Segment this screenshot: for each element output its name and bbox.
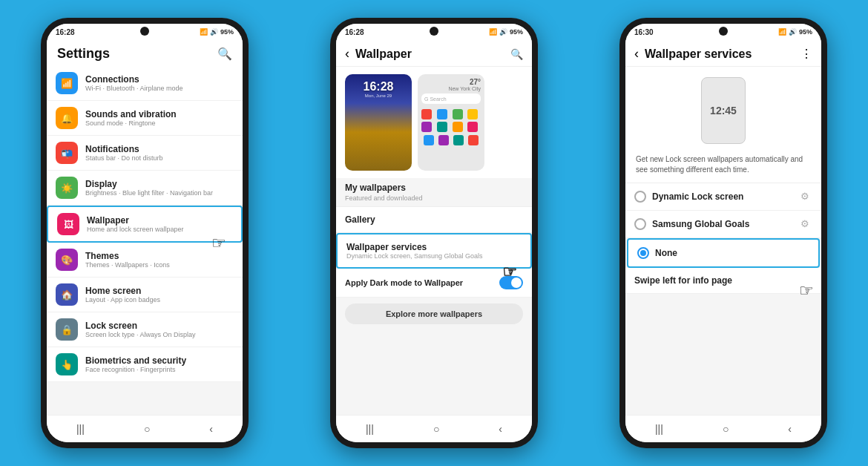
biometrics-icon: 👆 bbox=[56, 353, 78, 375]
nav-home[interactable]: ○ bbox=[137, 421, 157, 436]
ws-phone-thumbnail: 12:45 bbox=[701, 77, 746, 144]
wallpaper-text: Wallpaper Home and lock screen wallpaper bbox=[87, 215, 232, 233]
phone3-status-icons: 📶 🔊 95% bbox=[778, 28, 812, 36]
wallpaper-services-label: Wallpaper services bbox=[346, 242, 522, 252]
phone2-time: 16:28 bbox=[345, 28, 364, 36]
wallpaper-services-item[interactable]: Wallpaper services Dynamic Lock screen, … bbox=[336, 233, 532, 269]
settings-item-sounds[interactable]: 🔔 Sounds and vibration Sound mode · Ring… bbox=[47, 101, 243, 136]
notifications-icon: 📬 bbox=[56, 142, 78, 164]
ws-title: Wallpaper services bbox=[645, 47, 795, 61]
settings-item-home[interactable]: 🏠 Home screen Layout · App icon badges bbox=[47, 278, 243, 312]
wallpaper-list: My wallpapers Featured and downloaded Ga… bbox=[336, 178, 532, 415]
gear-icon-samsung[interactable]: ⚙ bbox=[800, 218, 812, 230]
phone3-notch bbox=[719, 27, 728, 36]
phone2-bottom-nav: ||| ○ ‹ bbox=[336, 415, 532, 442]
settings-item-display[interactable]: ☀️ Display Brightness · Blue light filte… bbox=[47, 171, 243, 206]
phone1-time: 16:28 bbox=[56, 28, 75, 36]
settings-header: Settings 🔍 bbox=[47, 40, 243, 66]
notifications-text: Notifications Status bar · Do not distur… bbox=[85, 144, 234, 162]
phone2-screen: 16:28 📶 🔊 95% ‹ Wallpaper 🔍 16:28 Mon, J… bbox=[336, 24, 532, 442]
settings-item-themes[interactable]: 🎨 Themes Themes · Wallpapers · Icons bbox=[47, 243, 243, 278]
phone3-bottom-nav: ||| ○ ‹ bbox=[625, 415, 821, 442]
radio-dynamic[interactable] bbox=[634, 191, 646, 203]
phone3: 16:30 📶 🔊 95% ‹ Wallpaper services ⋮ 12:… bbox=[619, 18, 827, 448]
lock-screen-preview[interactable]: 16:28 Mon, June 29 bbox=[345, 74, 412, 171]
sounds-icon: 🔔 bbox=[56, 107, 78, 129]
wallpaper-title: Wallpaper bbox=[355, 47, 504, 61]
ws-header: ‹ Wallpaper services ⋮ bbox=[625, 40, 821, 67]
wallpaper-services-sub: Dynamic Lock screen, Samsung Global Goal… bbox=[346, 252, 522, 260]
settings-item-biometrics[interactable]: 👆 Biometrics and security Face recogniti… bbox=[47, 347, 243, 382]
settings-item-wallpaper[interactable]: 🖼 Wallpaper Home and lock screen wallpap… bbox=[47, 206, 243, 243]
phone3-screen: 16:30 📶 🔊 95% ‹ Wallpaper services ⋮ 12:… bbox=[625, 24, 821, 442]
nav3-home[interactable]: ○ bbox=[715, 421, 736, 436]
phone1-status-icons: 📶 🔊 95% bbox=[200, 28, 234, 36]
dark-mode-toggle[interactable] bbox=[499, 276, 523, 289]
settings-item-connections[interactable]: 📶 Connections Wi-Fi · Bluetooth · Airpla… bbox=[47, 66, 243, 101]
option-dynamic-lock[interactable]: Dynamic Lock screen ⚙ bbox=[625, 183, 821, 211]
dark-mode-toggle-row[interactable]: Apply Dark mode to Wallpaper bbox=[336, 269, 532, 298]
ws-options-list: Dynamic Lock screen ⚙ Samsung Global Goa… bbox=[625, 183, 821, 415]
home-icons-grid bbox=[421, 109, 481, 132]
dark-mode-label: Apply Dark mode to Wallpaper bbox=[345, 278, 463, 287]
display-icon: ☀️ bbox=[56, 177, 78, 199]
ws-more-icon[interactable]: ⋮ bbox=[800, 47, 812, 61]
nav-recents[interactable]: ||| bbox=[69, 421, 92, 436]
samsung-goals-label: Samsung Global Goals bbox=[652, 219, 795, 229]
phone2-notch bbox=[430, 27, 438, 36]
option-samsung-goals[interactable]: Samsung Global Goals ⚙ bbox=[625, 211, 821, 238]
phone1: 16:28 📶 🔊 95% Settings 🔍 📶 Connections bbox=[41, 18, 249, 448]
my-wallpapers-label: My wallpapers bbox=[336, 178, 532, 194]
themes-icon: 🎨 bbox=[56, 249, 78, 271]
phone3-wrapper: 16:30 📶 🔊 95% ‹ Wallpaper services ⋮ 12:… bbox=[579, 0, 868, 466]
home-text: Home screen Layout · App icon badges bbox=[85, 286, 234, 303]
nav-back[interactable]: ‹ bbox=[202, 421, 220, 436]
wallpaper-icon: 🖼 bbox=[57, 213, 79, 235]
display-text: Display Brightness · Blue light filter ·… bbox=[85, 179, 234, 197]
sounds-text: Sounds and vibration Sound mode · Ringto… bbox=[85, 109, 234, 127]
option-none[interactable]: None bbox=[627, 238, 820, 268]
settings-search-icon[interactable]: 🔍 bbox=[217, 47, 232, 61]
nav2-recents[interactable]: ||| bbox=[358, 421, 381, 436]
wallpaper-header: ‹ Wallpaper 🔍 bbox=[336, 40, 532, 67]
my-wallpapers-sub: Featured and downloaded bbox=[336, 194, 532, 207]
lock-preview-date: Mon, June 29 bbox=[365, 93, 392, 98]
nav2-home[interactable]: ○ bbox=[426, 421, 447, 436]
radio-none[interactable] bbox=[637, 247, 649, 259]
phone1-bottom-nav: ||| ○ ‹ bbox=[47, 415, 243, 442]
dynamic-lock-label: Dynamic Lock screen bbox=[652, 191, 795, 202]
themes-text: Themes Themes · Wallpapers · Icons bbox=[85, 251, 234, 269]
phone1-notch bbox=[140, 27, 149, 36]
wallpaper-previews: 16:28 Mon, June 29 27° New York City G S… bbox=[336, 67, 532, 178]
settings-item-lock[interactable]: 🔒 Lock screen Screen lock type · Always … bbox=[47, 312, 243, 347]
settings-item-notifications[interactable]: 📬 Notifications Status bar · Do not dist… bbox=[47, 136, 243, 171]
ws-preview-area: 12:45 bbox=[625, 67, 821, 150]
wallpaper-back-icon[interactable]: ‹ bbox=[345, 46, 349, 62]
settings-list: 📶 Connections Wi-Fi · Bluetooth · Airpla… bbox=[47, 66, 243, 415]
ws-thumb-time: 12:45 bbox=[710, 105, 737, 116]
phone2: 16:28 📶 🔊 95% ‹ Wallpaper 🔍 16:28 Mon, J… bbox=[330, 18, 538, 448]
lock-text: Lock screen Screen lock type · Always On… bbox=[85, 321, 234, 338]
swipe-left-row[interactable]: Swipe left for info page ☞ bbox=[625, 268, 821, 294]
lock-icon: 🔒 bbox=[56, 318, 78, 341]
ws-back-icon[interactable]: ‹ bbox=[634, 46, 639, 62]
gallery-item[interactable]: Gallery bbox=[336, 207, 532, 233]
phone3-time: 16:30 bbox=[634, 28, 654, 36]
nav3-recents[interactable]: ||| bbox=[648, 421, 671, 436]
nav3-back[interactable]: ‹ bbox=[780, 421, 799, 436]
phone1-wrapper: 16:28 📶 🔊 95% Settings 🔍 📶 Connections bbox=[0, 0, 289, 466]
home-icon: 🏠 bbox=[56, 283, 78, 306]
phone2-status-icons: 📶 🔊 95% bbox=[489, 28, 523, 36]
home-weather: 27° New York City bbox=[421, 78, 481, 91]
biometrics-text: Biometrics and security Face recognition… bbox=[85, 355, 234, 373]
ws-description: Get new Lock screen wallpapers automatic… bbox=[625, 150, 821, 183]
explore-btn[interactable]: Explore more wallpapers bbox=[345, 303, 523, 324]
home-screen-preview[interactable]: 27° New York City G Search bbox=[418, 74, 484, 171]
wallpaper-search-icon[interactable]: 🔍 bbox=[510, 48, 523, 60]
radio-samsung[interactable] bbox=[634, 218, 646, 230]
none-label: None bbox=[655, 248, 809, 258]
phone2-wrapper: 16:28 📶 🔊 95% ‹ Wallpaper 🔍 16:28 Mon, J… bbox=[289, 0, 579, 466]
gear-icon-dynamic[interactable]: ⚙ bbox=[800, 191, 812, 203]
nav2-back[interactable]: ‹ bbox=[491, 421, 510, 436]
lock-preview-time: 16:28 bbox=[364, 80, 394, 93]
